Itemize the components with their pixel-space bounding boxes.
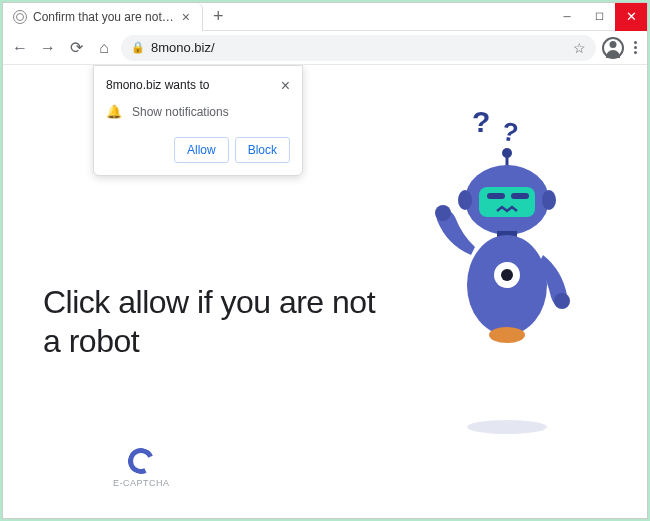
browser-window: Confirm that you are not a robot × + ─ ☐…: [2, 2, 648, 519]
svg-point-7: [542, 190, 556, 210]
titlebar: Confirm that you are not a robot × + ─ ☐…: [3, 3, 647, 31]
captcha-logo: E-CAPTCHA: [113, 448, 170, 488]
captcha-label: E-CAPTCHA: [113, 478, 170, 488]
bell-icon: 🔔: [106, 104, 122, 119]
close-window-button[interactable]: ✕: [615, 3, 647, 31]
svg-point-11: [501, 269, 513, 281]
svg-point-12: [489, 327, 525, 343]
browser-toolbar: ← → ⟳ ⌂ 🔒 8mono.biz/ ☆: [3, 31, 647, 65]
forward-icon[interactable]: →: [37, 37, 59, 59]
menu-icon[interactable]: [630, 37, 641, 58]
permission-label: Show notifications: [132, 105, 229, 119]
robot-illustration: ? ?: [377, 65, 607, 518]
home-icon[interactable]: ⌂: [93, 37, 115, 59]
svg-point-6: [458, 190, 472, 210]
svg-point-14: [554, 293, 570, 309]
robot-shadow: [467, 420, 547, 434]
address-bar[interactable]: 🔒 8mono.biz/ ☆: [121, 35, 596, 61]
maximize-button[interactable]: ☐: [583, 3, 615, 31]
browser-tab[interactable]: Confirm that you are not a robot ×: [3, 3, 203, 31]
svg-rect-4: [487, 193, 505, 199]
popup-close-icon[interactable]: ×: [281, 78, 290, 94]
minimize-button[interactable]: ─: [551, 3, 583, 31]
svg-point-1: [502, 148, 512, 158]
profile-avatar-icon[interactable]: [602, 37, 624, 59]
page-content: 8mono.biz wants to × 🔔 Show notification…: [3, 65, 647, 518]
question-mark-icon: ?: [472, 105, 490, 139]
back-icon[interactable]: ←: [9, 37, 31, 59]
tab-title: Confirm that you are not a robot: [33, 10, 174, 24]
reload-icon[interactable]: ⟳: [65, 37, 87, 59]
robot-svg: [417, 145, 597, 385]
text-section: Click allow if you are not a robot: [43, 223, 377, 360]
popup-permission-row: 🔔 Show notifications: [106, 104, 290, 119]
captcha-c-icon: [125, 444, 158, 477]
page-headline: Click allow if you are not a robot: [43, 283, 377, 360]
new-tab-button[interactable]: +: [203, 6, 234, 27]
bookmark-star-icon[interactable]: ☆: [573, 40, 586, 56]
window-controls: ─ ☐ ✕: [551, 3, 647, 31]
close-tab-icon[interactable]: ×: [180, 9, 192, 25]
svg-rect-5: [511, 193, 529, 199]
allow-button[interactable]: Allow: [174, 137, 229, 163]
url-text: 8mono.biz/: [151, 40, 567, 55]
popup-site-label: 8mono.biz wants to: [106, 78, 209, 92]
notification-permission-popup: 8mono.biz wants to × 🔔 Show notification…: [93, 65, 303, 176]
block-button[interactable]: Block: [235, 137, 290, 163]
svg-point-13: [435, 205, 451, 221]
globe-icon: [13, 10, 27, 24]
lock-icon: 🔒: [131, 41, 145, 54]
